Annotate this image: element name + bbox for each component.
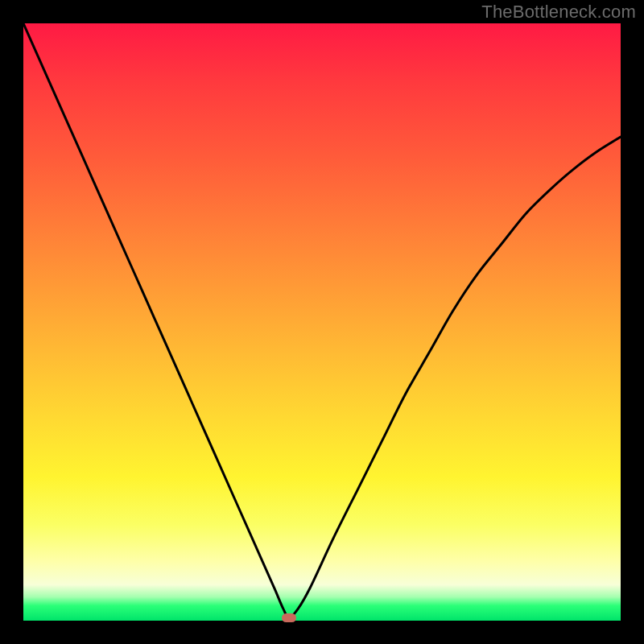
chart-container: TheBottleneck.com	[0, 0, 644, 644]
bottleneck-curve-path	[23, 23, 621, 617]
bottleneck-curve-svg	[23, 23, 621, 621]
optimal-point-marker	[282, 613, 296, 622]
watermark-text: TheBottleneck.com	[481, 2, 636, 23]
